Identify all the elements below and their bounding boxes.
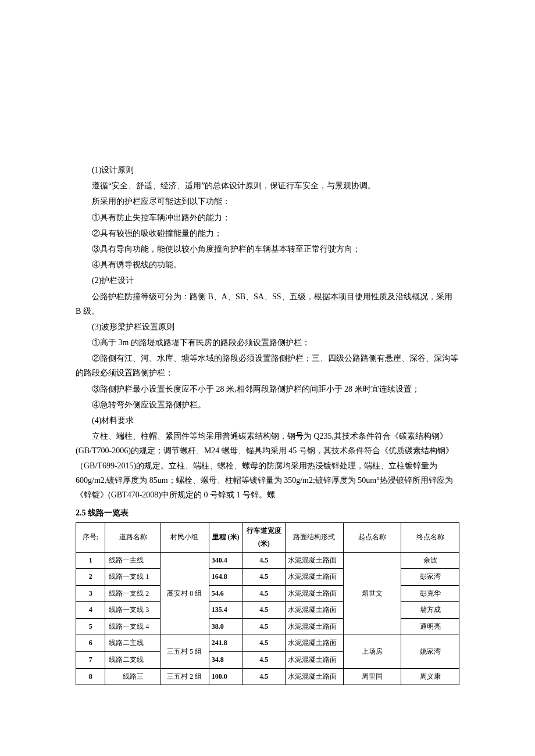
cell-dist: 241.8 xyxy=(209,635,242,652)
cell-road: 线路一支线 3 xyxy=(105,602,160,619)
cell-road: 线路一主线 xyxy=(105,552,160,569)
cell-surf: 水泥混凝土路面 xyxy=(285,652,343,669)
cell-start: 熔世文 xyxy=(343,552,401,635)
cell-surf: 水泥混凝土路面 xyxy=(285,552,343,569)
cell-road: 线路一支线 2 xyxy=(105,585,160,602)
cell-dist: 54.6 xyxy=(209,585,242,602)
cell-road: 线路三 xyxy=(105,668,160,685)
cell-surf: 水泥混凝土路面 xyxy=(285,668,343,685)
para-8: (2)护栏设计 xyxy=(76,273,459,288)
cell-width: 4.5 xyxy=(242,652,285,669)
cell-end: 通明亮 xyxy=(401,618,459,635)
table-row: 5线路一支线 438.04.5水泥混凝土路面通明亮 xyxy=(76,618,459,635)
cell-surf: 水泥混凝土路面 xyxy=(285,585,343,602)
table-row: 3线路一支线 254.64.5水泥混凝土路面彭克华 xyxy=(76,585,459,602)
cell-dist: 100.0 xyxy=(209,668,242,685)
cell-end: 墙方成 xyxy=(401,602,459,619)
table-row: 2线路一支线 1164.84.5水泥混凝土路面彭家湾 xyxy=(76,569,459,586)
cell-road: 线路一支线 1 xyxy=(105,569,160,586)
cell-dist: 164.8 xyxy=(209,569,242,586)
cell-width: 4.5 xyxy=(242,569,285,586)
cell-surf: 水泥混凝土路面 xyxy=(285,618,343,635)
cell-width: 4.5 xyxy=(242,618,285,635)
para-1: (1)设计原则 xyxy=(76,163,459,177)
cell-end: 余波 xyxy=(401,552,459,569)
th-end: 终点名称 xyxy=(401,523,459,552)
cell-seq: 1 xyxy=(76,552,105,569)
cell-start: 上场房 xyxy=(343,635,401,668)
th-surf: 路面结构形式 xyxy=(285,523,343,552)
cell-seq: 7 xyxy=(76,652,105,669)
para-15: (4)材料要求 xyxy=(76,413,459,428)
table-header-row: 序号; 道路名称 村民小组 里程 (米) 行车道宽度 (米) 路面结构形式 起点… xyxy=(76,523,459,552)
cell-dist: 34.8 xyxy=(209,652,242,669)
cell-road: 线路二主线 xyxy=(105,635,160,652)
cell-surf: 水泥混凝土路面 xyxy=(285,602,343,619)
cell-group: 三五村 5 组 xyxy=(160,635,209,668)
cell-end: 彭克华 xyxy=(401,585,459,602)
cell-width: 4.5 xyxy=(242,602,285,619)
th-start: 起点名称 xyxy=(343,523,401,552)
para-11: ①高于 3m 的路堤或路堤下有民房的路段必须设置路侧护栏； xyxy=(76,335,459,350)
cell-seq: 3 xyxy=(76,585,105,602)
cell-start: 周里国 xyxy=(343,668,401,685)
cell-width: 4.5 xyxy=(242,668,285,685)
cell-dist: 135.4 xyxy=(209,602,242,619)
table-row: 1线路一主线高安村 8 组340.44.5水泥混凝土路面熔世文余波 xyxy=(76,552,459,569)
cell-dist: 38.0 xyxy=(209,618,242,635)
table-row: 4线路一支线 3135.44.5水泥混凝土路面墙方成 xyxy=(76,602,459,619)
th-seq: 序号; xyxy=(76,523,105,552)
cell-seq: 6 xyxy=(76,635,105,652)
cell-seq: 4 xyxy=(76,602,105,619)
para-16: 立柱、端柱、柱帽、紧固件等均采用普通碳素结构钢，钢号为 Q235,其技术条件符合… xyxy=(76,429,459,502)
route-table: 序号; 道路名称 村民小组 里程 (米) 行车道宽度 (米) 路面结构形式 起点… xyxy=(76,522,459,685)
table-row: 8线路三三五村 2 组100.04.5水泥混凝土路面周里国周义康 xyxy=(76,668,459,685)
section-title: 2.5 线路一览表 xyxy=(76,506,459,520)
cell-surf: 水泥混凝土路面 xyxy=(285,569,343,586)
para-4: ①具有防止失控车辆冲出路外的能力； xyxy=(76,210,459,225)
para-6: ③具有导向功能，能使以较小角度撞向护栏的车辆基本转至正常行驶方向； xyxy=(76,242,459,256)
cell-group: 高安村 8 组 xyxy=(160,552,209,635)
cell-end: 周义康 xyxy=(401,668,459,685)
th-dist: 里程 (米) xyxy=(209,523,242,552)
th-width: 行车道宽度 (米) xyxy=(242,523,285,552)
cell-surf: 水泥混凝土路面 xyxy=(285,635,343,652)
cell-road: 线路二支线 xyxy=(105,652,160,669)
para-10: (3)波形梁护栏设置原则 xyxy=(76,320,459,334)
para-12: ②路侧有江、河、水库、塘等水域的路段必须设置路侧护栏；三、四级公路路侧有悬崖、深… xyxy=(76,351,459,380)
para-5: ②具有较强的吸收碰撞能量的能力； xyxy=(76,226,459,241)
para-2: 遵循“安全、舒适、经济、适用”的总体设计原则，保证行车安全，与景观协调。 xyxy=(76,178,459,193)
cell-road: 线路一支线 4 xyxy=(105,618,160,635)
cell-width: 4.5 xyxy=(242,552,285,569)
table-body: 1线路一主线高安村 8 组340.44.5水泥混凝土路面熔世文余波2线路一支线 … xyxy=(76,552,459,685)
cell-width: 4.5 xyxy=(242,585,285,602)
table-row: 6线路二主线三五村 5 组241.84.5水泥混凝土路面上场房姚家湾 xyxy=(76,635,459,652)
para-3: 所采用的护栏应尽可能达到以下功能： xyxy=(76,194,459,209)
cell-end: 姚家湾 xyxy=(401,635,459,668)
cell-dist: 340.4 xyxy=(209,552,242,569)
cell-width: 4.5 xyxy=(242,635,285,652)
th-group: 村民小组 xyxy=(160,523,209,552)
th-road: 道路名称 xyxy=(105,523,160,552)
para-7: ④具有诱导视线的功能。 xyxy=(76,257,459,272)
cell-group: 三五村 2 组 xyxy=(160,668,209,685)
cell-seq: 2 xyxy=(76,569,105,586)
para-13: ③路侧护栏最小设置长度应不小于 28 米,相邻两段路侧护栏的间距小于 28 米时… xyxy=(76,382,459,396)
cell-seq: 8 xyxy=(76,668,105,685)
para-14: ④急转弯外侧应设置路侧护栏。 xyxy=(76,397,459,412)
cell-end: 彭家湾 xyxy=(401,569,459,586)
cell-seq: 5 xyxy=(76,618,105,635)
para-9: 公路护栏防撞等级可分为：路侧 B、A、SB、SA、SS、五级，根据本项目使用性质… xyxy=(76,289,459,318)
